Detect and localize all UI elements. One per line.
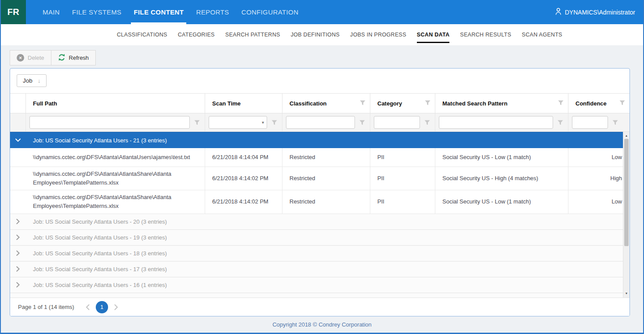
group-row-collapsed[interactable]: Job: US Social Security Atlanta Users - … bbox=[10, 261, 630, 277]
previous-page-icon[interactable] bbox=[86, 304, 90, 310]
classification-filter-input[interactable] bbox=[286, 116, 355, 129]
app-logo[interactable]: FR bbox=[1, 0, 26, 24]
row-indent bbox=[10, 190, 26, 214]
sort-descending-icon: ↓ bbox=[38, 77, 41, 84]
top-nav-main[interactable]: MAIN bbox=[42, 0, 61, 24]
filter-matched-pattern-cell bbox=[435, 113, 568, 131]
cell-full-path: \\dynamics.cctec.org\DFS\Atlanta\Atlanta… bbox=[26, 190, 205, 214]
user-menu[interactable]: DYNAMICS\Administrator bbox=[555, 0, 635, 24]
top-nav: MAIN FILE SYSTEMS FILE CONTENT REPORTS C… bbox=[42, 0, 299, 24]
filter-full-path-cell bbox=[26, 113, 205, 131]
cell-scan-time: 6/21/2018 4:14:02 PM bbox=[205, 190, 282, 214]
tab-categories[interactable]: CATEGORIES bbox=[178, 24, 215, 45]
filter-funnel-icon[interactable] bbox=[555, 120, 565, 125]
cell-confidence: High bbox=[568, 167, 630, 190]
chevron-down-icon[interactable]: ▾ bbox=[262, 120, 264, 125]
scroll-up-icon[interactable]: ▲ bbox=[623, 133, 630, 139]
top-nav-file-systems[interactable]: FILE SYSTEMS bbox=[71, 0, 122, 24]
tab-search-patterns[interactable]: SEARCH PATTERNS bbox=[225, 24, 280, 45]
cell-category: PII bbox=[370, 167, 435, 190]
table-row[interactable]: \\dynamics.cctec.org\DFS\Atlanta\Atlanta… bbox=[10, 190, 630, 214]
filter-funnel-icon[interactable] bbox=[422, 120, 432, 125]
header-scan-time-label: Scan Time bbox=[212, 100, 241, 107]
filter-funnel-icon[interactable] bbox=[357, 120, 367, 125]
cell-full-path: \\dynamics.cctec.org\DFS\Atlanta\Atlanta… bbox=[26, 167, 205, 190]
filter-funnel-icon[interactable] bbox=[425, 100, 431, 107]
header-full-path-label: Full Path bbox=[33, 100, 57, 107]
filter-funnel-icon[interactable] bbox=[619, 100, 625, 107]
top-nav-bar: FR MAIN FILE SYSTEMS FILE CONTENT REPORT… bbox=[1, 0, 643, 24]
chevron-right-icon[interactable] bbox=[10, 235, 26, 240]
chevron-down-icon[interactable] bbox=[10, 138, 26, 142]
header-confidence[interactable]: Confidence bbox=[568, 94, 630, 113]
table-row[interactable]: \\dynamics.cctec.org\DFS\Atlanta\Atlanta… bbox=[10, 167, 630, 190]
top-nav-reports[interactable]: REPORTS bbox=[195, 0, 230, 24]
vertical-scrollbar[interactable]: ▲ ▼ bbox=[623, 132, 630, 298]
cell-category: PII bbox=[370, 190, 435, 214]
filter-funnel-icon[interactable] bbox=[360, 100, 365, 107]
scroll-down-icon[interactable]: ▼ bbox=[623, 290, 630, 297]
grid-rows-area: Job: US Social Security Atlanta Users - … bbox=[10, 132, 630, 298]
table-row[interactable]: \\dynamics.cctec.org\DFS\Atlanta\Atlanta… bbox=[10, 148, 630, 167]
filter-classification-cell bbox=[282, 113, 370, 131]
header-full-path[interactable]: Full Path bbox=[26, 94, 205, 113]
category-filter-input[interactable] bbox=[374, 116, 420, 129]
group-row-collapsed[interactable]: Job: US Social Security Atlanta Users - … bbox=[10, 277, 630, 293]
filter-row: ▾ bbox=[10, 113, 630, 132]
chevron-right-icon[interactable] bbox=[10, 266, 26, 272]
tab-jobs-in-progress[interactable]: JOBS IN PROGRESS bbox=[350, 24, 406, 45]
tab-scan-data[interactable]: SCAN DATA bbox=[417, 24, 449, 45]
header-classification-label: Classification bbox=[289, 100, 327, 107]
chevron-right-icon[interactable] bbox=[10, 250, 26, 256]
group-row-collapsed[interactable]: Job: US Social Security Atlanta Users - … bbox=[10, 293, 630, 298]
filter-funnel-icon[interactable] bbox=[269, 120, 279, 125]
row-indent bbox=[10, 148, 26, 167]
header-category-label: Category bbox=[377, 100, 402, 107]
group-row-collapsed[interactable]: Job: US Social Security Atlanta Users - … bbox=[10, 214, 630, 230]
chevron-right-icon[interactable] bbox=[10, 282, 26, 287]
group-row-label: Job: US Social Security Atlanta Users - … bbox=[26, 250, 167, 257]
group-by-chip-job[interactable]: Job ↓ bbox=[17, 74, 47, 87]
header-category[interactable]: Category bbox=[370, 94, 435, 113]
filter-category-cell bbox=[370, 113, 435, 131]
refresh-icon bbox=[58, 54, 65, 62]
scan-data-grid: Job ↓ Full Path Scan Time Classification… bbox=[10, 68, 630, 316]
tab-search-results[interactable]: SEARCH RESULTS bbox=[460, 24, 511, 45]
tab-job-definitions[interactable]: JOB DEFINITIONS bbox=[291, 24, 340, 45]
group-row-expanded[interactable]: Job: US Social Security Atlanta Users - … bbox=[10, 132, 630, 148]
filter-funnel-icon[interactable] bbox=[610, 120, 620, 125]
filter-confidence-cell bbox=[568, 113, 630, 131]
header-scan-time[interactable]: Scan Time bbox=[205, 94, 282, 113]
confidence-filter-input[interactable] bbox=[572, 116, 608, 129]
cell-scan-time: 6/21/2018 4:14:02 PM bbox=[205, 167, 282, 190]
group-row-label: Job: US Social Security Atlanta Users - … bbox=[26, 234, 167, 241]
cell-category: PII bbox=[370, 148, 435, 167]
filter-funnel-icon[interactable] bbox=[558, 100, 564, 107]
column-header-row: Full Path Scan Time Classification Categ… bbox=[10, 93, 630, 113]
toolbar: ✕ Delete Refresh bbox=[1, 45, 643, 68]
next-page-icon[interactable] bbox=[114, 304, 118, 310]
full-path-filter-input[interactable] bbox=[29, 116, 190, 129]
top-nav-configuration[interactable]: CONFIGURATION bbox=[240, 0, 299, 24]
tab-scan-agents[interactable]: SCAN AGENTS bbox=[522, 24, 562, 45]
chevron-right-icon[interactable] bbox=[10, 219, 26, 224]
group-row-collapsed[interactable]: Job: US Social Security Atlanta Users - … bbox=[10, 246, 630, 261]
header-classification[interactable]: Classification bbox=[282, 94, 370, 113]
row-indent bbox=[10, 167, 26, 190]
scan-time-filter-input[interactable] bbox=[209, 116, 267, 129]
delete-icon: ✕ bbox=[17, 54, 24, 62]
cell-confidence: Low bbox=[568, 190, 630, 214]
refresh-button[interactable]: Refresh bbox=[51, 50, 96, 65]
page-1-button[interactable]: 1 bbox=[96, 301, 108, 313]
delete-button[interactable]: ✕ Delete bbox=[10, 50, 51, 65]
matched-pattern-filter-input[interactable] bbox=[439, 116, 553, 129]
cell-matched-pattern: Social Security US - Low (1 match) bbox=[435, 148, 568, 167]
group-row-collapsed[interactable]: Job: US Social Security Atlanta Users - … bbox=[10, 230, 630, 246]
tab-classifications[interactable]: CLASSIFICATIONS bbox=[117, 24, 167, 45]
top-nav-file-content[interactable]: FILE CONTENT bbox=[133, 0, 185, 24]
scrollbar-thumb[interactable] bbox=[624, 139, 629, 246]
filter-funnel-icon[interactable] bbox=[192, 120, 202, 125]
header-matched-search-pattern[interactable]: Matched Search Pattern bbox=[435, 94, 568, 113]
header-confidence-label: Confidence bbox=[575, 100, 607, 107]
group-row-label: Job: US Social Security Atlanta Users - … bbox=[26, 218, 167, 225]
